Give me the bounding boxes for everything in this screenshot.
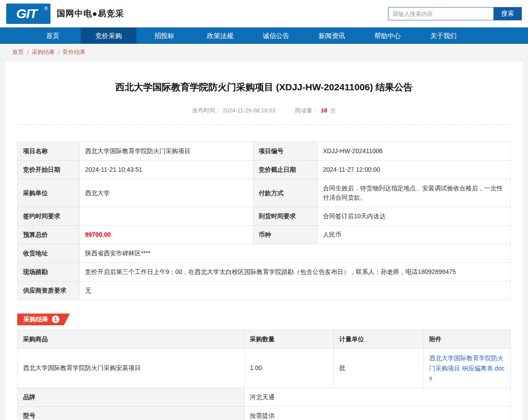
label-delivery-time-requirement: 到货时间要求 [253, 207, 318, 226]
publish-time-value: 2024-11-29 08:18:53 [222, 107, 276, 114]
view-count-label: 阅读量： [295, 107, 318, 114]
procurement-result-badge-label: 采购结果 [23, 316, 48, 324]
value-quantity: 1.00 [245, 349, 334, 388]
label-supplier-qualification: 供应商资质要求 [18, 281, 80, 300]
view-count-value: 16 [321, 107, 327, 114]
value-currency: 人民币 [318, 226, 511, 244]
search-button[interactable]: 搜索 [493, 7, 522, 20]
publish-time-label: 发布时间： [192, 107, 221, 114]
main-nav: 首页 竞价采购 招投标 政策法规 诚信公告 新闻资讯 帮助中心 关于我们 [0, 27, 528, 44]
label-site-survey: 现场踏勘 [18, 263, 80, 281]
table-row: 预算总价 99700.00 币种 人民币 [18, 226, 511, 244]
project-info-table: 项目名称 西北大学国际教育学院防火门采购项目 项目编号 XDJJ-HW-2024… [17, 142, 511, 300]
breadcrumb: 首页 / 采购结果 / 竞价结果 [0, 44, 528, 61]
nav-item-home[interactable]: 首页 [25, 27, 81, 44]
breadcrumb-bidding-results[interactable]: 竞价结果 [62, 48, 85, 56]
value-budget-total: 99700.00 [80, 226, 253, 244]
search-input[interactable] [388, 7, 493, 20]
search-bar: 搜索 [388, 7, 522, 20]
header-product: 采购商品 [18, 330, 245, 349]
header-quantity: 采购数量 [245, 330, 334, 349]
attachment-link[interactable]: 西北大学国际教育学院防火门采购项目 响应偏离表.docx [429, 354, 505, 381]
value-product: 西北大学国际教育学院防火门采购安装项目 [18, 349, 245, 388]
table-row: 收货地址 陕西省西安市碑林区**** [18, 244, 511, 263]
value-brand: 河北天通 [245, 388, 511, 406]
breadcrumb-home[interactable]: 首页 [12, 48, 24, 56]
nav-item-news[interactable]: 新闻资讯 [304, 27, 360, 44]
site-logo[interactable]: GIT ® [6, 4, 50, 24]
table-row: 西北大学国际教育学院防火门采购安装项目 1.00 批 西北大学国际教育学院防火门… [18, 349, 511, 388]
registered-trademark-icon: ® [44, 6, 48, 11]
value-bid-end-date: 2024-11-27 12:00:00 [318, 161, 511, 179]
label-bid-end-date: 竞价截止日期 [253, 161, 318, 179]
breadcrumb-separator: / [27, 49, 29, 56]
label-model: 型号 [18, 406, 245, 420]
label-bid-start-date: 竞价开始日期 [18, 161, 80, 179]
value-supplier-qualification: 无 [80, 281, 511, 300]
procurement-result-table: 采购商品 采购数量 计量单位 附件 西北大学国际教育学院防火门采购安装项目 1.… [17, 330, 511, 420]
nav-item-integrity-notice[interactable]: 诚信公告 [248, 27, 304, 44]
nav-item-policies[interactable]: 政策法规 [192, 27, 248, 44]
table-row: 项目名称 西北大学国际教育学院防火门采购项目 项目编号 XDJJ-HW-2024… [18, 142, 511, 161]
nav-item-tendering[interactable]: 招投标 [136, 27, 192, 44]
table-row: 签约时间要求 到货时间要求 合同签订后10天内送达 [18, 207, 511, 226]
label-payment-method: 付款方式 [253, 179, 318, 207]
article-meta: 发布时间： 2024-11-29 08:18:53 阅读量： 16 次 [17, 107, 511, 125]
label-currency: 币种 [253, 226, 318, 244]
procurement-result-badge: 采购结果 1 [17, 313, 70, 325]
value-delivery-address: 陕西省西安市碑林区**** [80, 244, 511, 263]
value-bid-start-date: 2024-11-21 10:43:51 [80, 161, 253, 179]
site-title: 国网中电●易竞采 [57, 8, 124, 19]
value-purchasing-unit: 西北大学 [80, 179, 253, 207]
table-header-row: 采购商品 采购数量 计量单位 附件 [18, 330, 511, 349]
result-count-badge: 1 [52, 316, 59, 323]
value-delivery-time-requirement: 合同签订后10天内送达 [318, 207, 511, 226]
header-attachment: 附件 [424, 330, 511, 349]
value-project-name: 西北大学国际教育学院防火门采购项目 [80, 142, 253, 161]
value-project-number: XDJJ-HW-202411006 [318, 142, 511, 161]
label-delivery-address: 收货地址 [18, 244, 80, 263]
breadcrumb-procurement-results[interactable]: 采购结果 [32, 48, 55, 56]
label-brand: 品牌 [18, 388, 245, 406]
breadcrumb-separator: / [58, 49, 60, 56]
value-payment-method: 合同生效后，待货物到达指定地点、安装调试验收合格后，一次性付清合同货款。 [318, 179, 511, 207]
value-signing-time-requirement [80, 207, 253, 226]
label-project-number: 项目编号 [253, 142, 318, 161]
top-header: GIT ® 国网中电●易竞采 搜索 [0, 0, 528, 27]
value-model: 按需提供 [245, 406, 511, 420]
header-unit: 计量单位 [334, 330, 424, 349]
label-budget-total: 预算总价 [18, 226, 80, 244]
table-row: 采购单位 西北大学 付款方式 合同生效后，待货物到达指定地点、安装调试验收合格后… [18, 179, 511, 207]
view-count: 阅读量： 16 次 [295, 107, 336, 114]
logo-text: GIT [16, 6, 41, 21]
label-signing-time-requirement: 签约时间要求 [18, 207, 80, 226]
table-row: 型号 按需提供 [18, 406, 511, 420]
table-row: 品牌 河北天通 [18, 388, 511, 406]
nav-item-help-center[interactable]: 帮助中心 [360, 27, 415, 44]
result-announcement-card: 西北大学国际教育学院防火门采购项目 (XDJJ-HW-202411006) 结果… [4, 61, 524, 420]
table-row: 供应商资质要求 无 [18, 281, 511, 300]
view-count-unit: 次 [330, 107, 336, 114]
nav-item-bidding-procurement[interactable]: 竞价采购 [81, 27, 136, 44]
label-project-name: 项目名称 [18, 142, 80, 161]
table-row: 竞价开始日期 2024-11-21 10:43:51 竞价截止日期 2024-1… [18, 161, 511, 179]
result-section-header: 采购结果 1 [17, 313, 511, 325]
value-site-survey: 竞价开启后第三个工作日上午9：00，在西北大学太白校区国际教育学院踏勘（包含公告… [80, 263, 511, 281]
nav-item-about-us[interactable]: 关于我们 [415, 27, 471, 44]
table-row: 现场踏勘 竞价开启后第三个工作日上午9：00，在西北大学太白校区国际教育学院踏勘… [18, 263, 511, 281]
publish-time: 发布时间： 2024-11-29 08:18:53 [192, 107, 277, 114]
page-title: 西北大学国际教育学院防火门采购项目 (XDJJ-HW-202411006) 结果… [17, 81, 511, 93]
value-unit: 批 [334, 349, 424, 388]
label-purchasing-unit: 采购单位 [18, 179, 80, 207]
